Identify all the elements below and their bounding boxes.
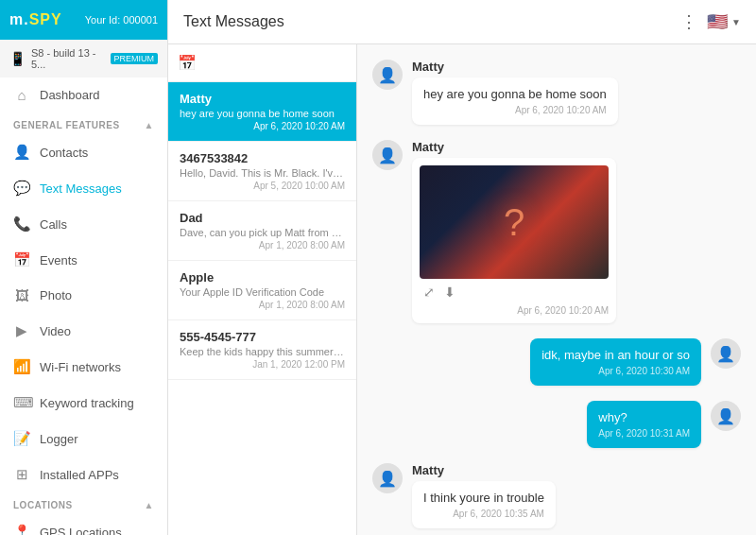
text-messages-icon: 💬	[13, 180, 30, 197]
language-selector[interactable]: 🇺🇸 ▼	[707, 11, 741, 32]
conv-name: Dad	[180, 211, 345, 225]
expand-image-button[interactable]: ⤢	[423, 285, 435, 300]
sidebar-item-label: Keyword tracking	[40, 396, 134, 410]
message-date: Apr 6, 2020 10:20 AM	[423, 105, 607, 115]
chevron-up-icon: ▲	[145, 120, 154, 130]
topbar: Text Messages ⋮ 🇺🇸 ▼	[168, 0, 756, 44]
device-icon: 📱	[9, 51, 26, 66]
sidebar-item-label: Wi-Fi networks	[40, 360, 121, 374]
conv-date: Apr 6, 2020 10:20 AM	[180, 121, 345, 131]
sidebar-item-label: Text Messages	[40, 181, 122, 196]
sidebar-item-events[interactable]: 📅 Events	[0, 242, 167, 278]
conv-preview: Dave, can you pick up Matt from schoo...	[180, 227, 345, 238]
content-area: 📅 Matty hey are you gonna be home soon A…	[168, 44, 756, 535]
sidebar-item-wifi[interactable]: 📶 Wi-Fi networks	[0, 349, 167, 385]
topbar-actions: ⋮ 🇺🇸 ▼	[680, 11, 741, 32]
conv-name: Apple	[180, 270, 345, 285]
conv-name: 555-4545-777	[180, 330, 345, 344]
message-row: 👤 idk, maybe in an hour or so Apr 6, 202…	[372, 338, 741, 386]
conv-date: Jan 1, 2020 12:00 PM	[180, 359, 345, 370]
message-sender: Matty	[412, 463, 556, 477]
video-icon: ▶	[13, 322, 30, 339]
message-image-wrap: ? ⤢ ⬇ Apr 6, 2020 10:20 AM	[412, 158, 616, 323]
logo-spy: SPY	[29, 11, 62, 27]
sidebar-item-label: Installed APPs	[40, 468, 119, 482]
message-bubble-wrap: Matty I think youre in trouble Apr 6, 20…	[412, 463, 556, 528]
sidebar-item-dashboard[interactable]: ⌂ Dashboard	[0, 78, 167, 112]
message-sender: Matty	[412, 140, 616, 154]
sidebar-item-logger[interactable]: 📝 Logger	[0, 421, 167, 457]
message-image: ?	[420, 165, 609, 279]
conv-date: Apr 1, 2020 8:00 AM	[180, 240, 345, 250]
filter-bar[interactable]: 📅	[168, 44, 356, 82]
photo-icon: 🖼	[13, 287, 30, 303]
message-text: hey are you gonna be home soon	[423, 87, 607, 101]
message-date: Apr 6, 2020 10:20 AM	[420, 302, 609, 316]
message-date: Apr 6, 2020 10:31 AM	[598, 428, 690, 439]
message-bubble-wrap: Matty hey are you gonna be home soon Apr…	[412, 60, 618, 125]
conv-preview: Hello, David. This is Mr. Black. I've no…	[180, 167, 345, 179]
conv-date: Apr 5, 2020 10:00 AM	[180, 181, 345, 191]
conversation-list: 📅 Matty hey are you gonna be home soon A…	[168, 44, 357, 535]
sidebar-item-installed-apps[interactable]: ⊞ Installed APPs	[0, 457, 167, 492]
sidebar-item-label: Logger	[40, 432, 77, 446]
conv-item-apple[interactable]: Apple Your Apple ID Verification Code Ap…	[168, 261, 356, 320]
sidebar-item-label: Video	[40, 324, 71, 338]
conv-name: Matty	[180, 92, 345, 106]
avatar: 👤	[711, 338, 741, 369]
message-date: Apr 6, 2020 10:30 AM	[541, 366, 690, 376]
message-text: why?	[598, 410, 690, 424]
chevron-up-icon: ▲	[145, 500, 154, 510]
sidebar-item-calls[interactable]: 📞 Calls	[0, 206, 167, 242]
conv-preview: Your Apple ID Verification Code	[180, 286, 345, 298]
main-content: Text Messages ⋮ 🇺🇸 ▼ 📅 Matty hey are you…	[168, 0, 756, 535]
user-id-label: Your Id: 000001	[85, 14, 158, 26]
home-icon: ⌂	[13, 87, 30, 103]
keyword-icon: ⌨	[13, 394, 30, 411]
sidebar-item-video[interactable]: ▶ Video	[0, 313, 167, 349]
message-area: 👤 Matty hey are you gonna be home soon A…	[357, 44, 756, 535]
chevron-down-icon: ▼	[731, 17, 741, 27]
message-bubble-wrap: idk, maybe in an hour or so Apr 6, 2020 …	[530, 338, 701, 386]
message-sender: Matty	[412, 60, 618, 74]
image-actions: ⤢ ⬇	[420, 279, 609, 302]
avatar: 👤	[372, 463, 403, 493]
conv-name: 3467533842	[180, 151, 345, 165]
message-text: I think youre in trouble	[423, 491, 544, 505]
message-bubble: hey are you gonna be home soon Apr 6, 20…	[412, 78, 618, 125]
sidebar-item-label: Dashboard	[40, 88, 100, 102]
conv-item-dad[interactable]: Dad Dave, can you pick up Matt from scho…	[168, 201, 356, 261]
sidebar-item-label: Photo	[40, 288, 72, 302]
image-question-mark: ?	[504, 201, 524, 244]
message-row: 👤 Matty ? ⤢ ⬇ Apr 6, 2020 10:20 AM	[372, 140, 741, 323]
avatar: 👤	[372, 140, 403, 170]
conv-item-matty[interactable]: Matty hey are you gonna be home soon Apr…	[168, 82, 356, 142]
wifi-icon: 📶	[13, 358, 30, 375]
message-bubble-wrap: why? Apr 6, 2020 10:31 AM	[587, 401, 701, 448]
sidebar-item-photo[interactable]: 🖼 Photo	[0, 278, 167, 313]
page-title: Text Messages	[183, 13, 284, 30]
message-row: 👤 Matty I think youre in trouble Apr 6, …	[372, 463, 741, 528]
more-options-button[interactable]: ⋮	[680, 11, 697, 32]
message-bubble: why? Apr 6, 2020 10:31 AM	[587, 401, 701, 448]
sidebar-item-gps[interactable]: 📍 GPS Locations	[0, 514, 167, 535]
contacts-icon: 👤	[13, 144, 30, 161]
events-icon: 📅	[13, 251, 30, 268]
message-bubble: idk, maybe in an hour or so Apr 6, 2020 …	[530, 338, 701, 386]
message-text: idk, maybe in an hour or so	[541, 348, 690, 362]
flag-icon: 🇺🇸	[707, 11, 728, 32]
sidebar-item-keyword[interactable]: ⌨ Keyword tracking	[0, 385, 167, 421]
avatar: 👤	[372, 60, 403, 90]
calendar-filter-icon[interactable]: 📅	[178, 55, 197, 71]
sidebar-item-contacts[interactable]: 👤 Contacts	[0, 134, 167, 170]
section-label: LOCATIONS	[13, 500, 73, 510]
conv-item-555[interactable]: 555-4545-777 Keep the kids happy this su…	[168, 320, 356, 380]
download-image-button[interactable]: ⬇	[444, 285, 455, 300]
device-row[interactable]: 📱 S8 - build 13 - 5... PREMIUM	[0, 40, 167, 78]
device-label: S8 - build 13 - 5...	[31, 47, 101, 70]
section-label: GENERAL FEATURES	[13, 120, 120, 130]
message-row: 👤 why? Apr 6, 2020 10:31 AM	[372, 401, 741, 448]
sidebar-item-text-messages[interactable]: 💬 Text Messages	[0, 170, 167, 206]
conv-preview: hey are you gonna be home soon	[180, 108, 345, 119]
conv-item-3467533842[interactable]: 3467533842 Hello, David. This is Mr. Bla…	[168, 142, 356, 201]
